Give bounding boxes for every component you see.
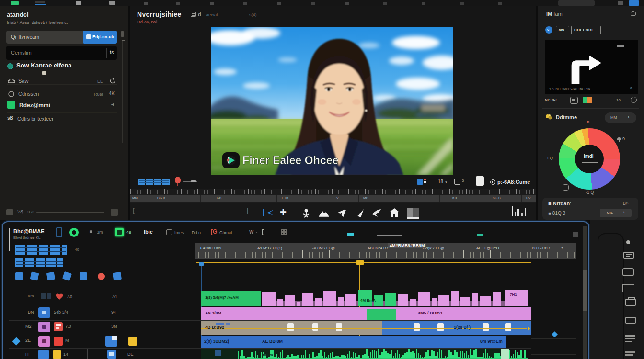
svg-text:Finer Ealee Ohcee: Finer Ealee Ohcee xyxy=(242,154,338,167)
